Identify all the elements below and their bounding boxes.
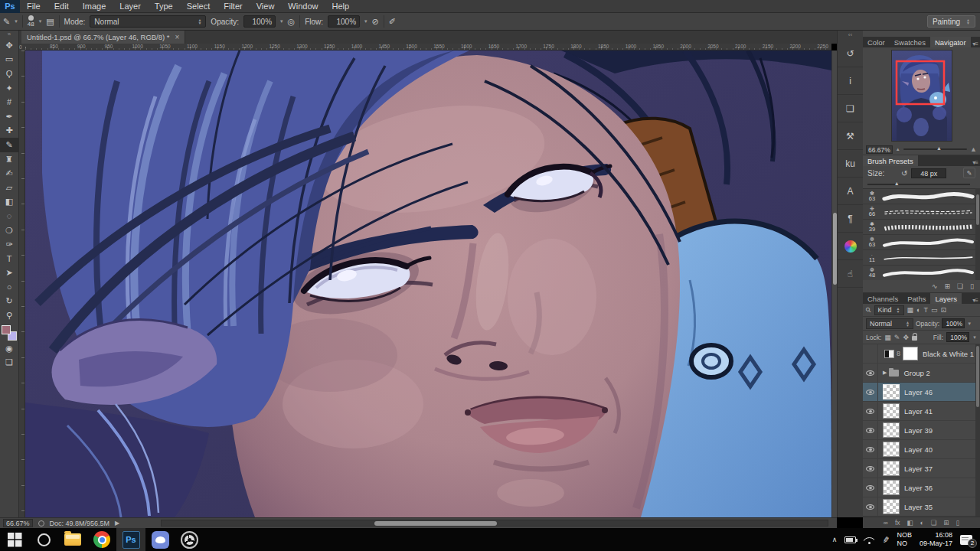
filter-kind-select[interactable]: Kind: [874, 305, 904, 315]
obs-button[interactable]: [175, 528, 204, 551]
pen-tool-icon[interactable]: ✑: [0, 237, 19, 252]
brush-preset-row[interactable]: ❉66: [863, 204, 975, 220]
chrome-button[interactable]: [87, 528, 116, 551]
opacity-caret-icon[interactable]: ▼: [967, 321, 972, 326]
add-mask-icon[interactable]: ◧: [907, 519, 913, 527]
brush-tool-icon[interactable]: ✎: [0, 138, 19, 152]
battery-icon[interactable]: [844, 536, 856, 543]
new-adjustment-icon[interactable]: ◐: [920, 519, 924, 527]
start-button[interactable]: [0, 528, 29, 551]
new-layer-icon[interactable]: ⊞: [943, 519, 949, 527]
panel-menu-icon[interactable]: [972, 159, 980, 166]
layer-name[interactable]: Layer 40: [904, 445, 933, 454]
brush-preset-row[interactable]: ❁48: [863, 266, 975, 280]
lock-pixels-icon[interactable]: ✎: [894, 334, 900, 341]
brush-preset-row[interactable]: ∙11: [863, 250, 975, 266]
tab-navigator[interactable]: Navigator: [930, 37, 971, 47]
discord-button[interactable]: [145, 528, 175, 551]
color-themes-panel-icon[interactable]: [838, 233, 864, 260]
tab-layers[interactable]: Layers: [930, 293, 962, 304]
nav-slider-thumb[interactable]: [936, 145, 942, 151]
lasso-tool-icon[interactable]: Ϙ: [0, 67, 19, 81]
layer-thumbnail[interactable]: [883, 442, 900, 457]
layer-thumbnail[interactable]: [883, 384, 900, 399]
healing-brush-tool-icon[interactable]: ✚: [0, 124, 19, 139]
layer-mask-thumbnail[interactable]: [903, 347, 918, 360]
layer-thumbnail[interactable]: [883, 422, 900, 438]
menu-view[interactable]: View: [250, 2, 282, 11]
visibility-toggle[interactable]: [863, 364, 878, 383]
layer-row-layer-36[interactable]: Layer 36: [863, 478, 980, 497]
new-group-icon[interactable]: ❏: [931, 519, 937, 527]
layer-row-black-white-1[interactable]: Black & White 1: [863, 344, 980, 364]
access-panel-icon[interactable]: ☝: [838, 260, 864, 288]
tab-color[interactable]: Color: [863, 37, 890, 47]
collapse-toolbar-icon[interactable]: »: [8, 31, 11, 38]
layer-blend-mode-select[interactable]: Normal: [866, 318, 913, 329]
menu-file[interactable]: File: [20, 2, 47, 11]
eraser-tool-icon[interactable]: ▱: [0, 181, 19, 195]
link-layers-icon[interactable]: ∞: [884, 519, 888, 527]
navigator-thumbnail[interactable]: [892, 51, 952, 141]
type-tool-icon[interactable]: T: [0, 252, 19, 266]
layer-name[interactable]: Layer 36: [904, 484, 933, 492]
layer-row-group-2[interactable]: ▶ Group 2: [863, 364, 980, 383]
grid-view-icon[interactable]: ⊞: [944, 282, 950, 290]
lock-all-icon[interactable]: [912, 336, 917, 341]
panel-menu-icon[interactable]: [972, 41, 980, 47]
info-panel-icon[interactable]: i: [838, 67, 864, 95]
brush-picker-caret-icon[interactable]: ▾: [39, 18, 42, 24]
navigator-zoom-slider[interactable]: [903, 148, 967, 150]
layer-row-layer-40[interactable]: Layer 40: [863, 440, 980, 459]
reset-size-icon[interactable]: ↺: [901, 169, 907, 178]
new-brush-icon[interactable]: ❏: [957, 282, 963, 290]
layer-name[interactable]: Layer 35: [904, 503, 933, 511]
visibility-toggle[interactable]: [863, 478, 878, 497]
lock-transparency-icon[interactable]: ▦: [884, 334, 891, 341]
language-indicator[interactable]: NOB NO: [897, 531, 912, 548]
layer-name[interactable]: Layer 39: [904, 426, 933, 435]
layer-thumbnail[interactable]: [883, 480, 900, 495]
menu-help[interactable]: Help: [325, 2, 356, 11]
brush-preset-picker[interactable]: 48: [28, 15, 34, 28]
notification-center-icon[interactable]: 2: [960, 535, 972, 545]
foreground-color-swatch[interactable]: [2, 325, 11, 334]
visibility-toggle[interactable]: [863, 344, 878, 364]
layer-comps-panel-icon[interactable]: ❏: [838, 95, 864, 122]
layer-name[interactable]: Layer 46: [904, 388, 933, 396]
delete-layer-icon[interactable]: ▯: [956, 519, 959, 527]
wifi-icon[interactable]: [864, 536, 874, 544]
canvas-vertical-scrollbar[interactable]: [831, 51, 837, 517]
menu-filter[interactable]: Filter: [217, 2, 249, 11]
size-slider-thumb[interactable]: [894, 181, 900, 186]
brush-panel-toggle-icon[interactable]: ▤: [46, 18, 54, 26]
layer-name[interactable]: Group 2: [903, 369, 929, 377]
layer-row-layer-35[interactable]: Layer 35: [863, 497, 980, 517]
brush-size-input[interactable]: 48 px: [911, 168, 946, 178]
brush-preset-row[interactable]: ✽63: [863, 189, 975, 204]
opacity-input[interactable]: 100%: [243, 15, 276, 28]
rotate-view-tool-icon[interactable]: ↻: [0, 295, 19, 309]
cortana-button[interactable]: [29, 528, 58, 551]
marquee-tool-icon[interactable]: ▭: [0, 53, 19, 67]
hscroll-thumb[interactable]: [374, 521, 497, 526]
menu-window[interactable]: Window: [281, 2, 325, 11]
filter-type-icon[interactable]: T: [924, 306, 929, 314]
fill-input[interactable]: 100%: [946, 332, 969, 342]
photoshop-taskbar-button[interactable]: Ps: [116, 528, 145, 551]
filter-smart-object-icon[interactable]: ⊡: [941, 306, 947, 314]
layer-row-layer-39[interactable]: Layer 39: [863, 421, 980, 440]
menu-select[interactable]: Select: [180, 2, 217, 11]
brush-list-scrollbar[interactable]: [975, 188, 980, 280]
navigator-zoom-input[interactable]: 66.67%: [866, 145, 893, 154]
visibility-toggle[interactable]: [863, 383, 878, 402]
layer-thumbnail[interactable]: [883, 403, 900, 419]
stroke-preview-toggle-icon[interactable]: ✎: [963, 168, 975, 178]
fill-caret-icon[interactable]: ▼: [972, 335, 977, 340]
tool-presets-panel-icon[interactable]: ⚒: [838, 122, 864, 150]
flow-caret-icon[interactable]: ▾: [364, 18, 368, 24]
filter-shape-icon[interactable]: ▭: [931, 306, 938, 314]
visibility-toggle[interactable]: [863, 459, 878, 478]
zoom-in-icon[interactable]: ▲: [970, 145, 977, 153]
canvas-horizontal-scrollbar[interactable]: [161, 520, 828, 527]
